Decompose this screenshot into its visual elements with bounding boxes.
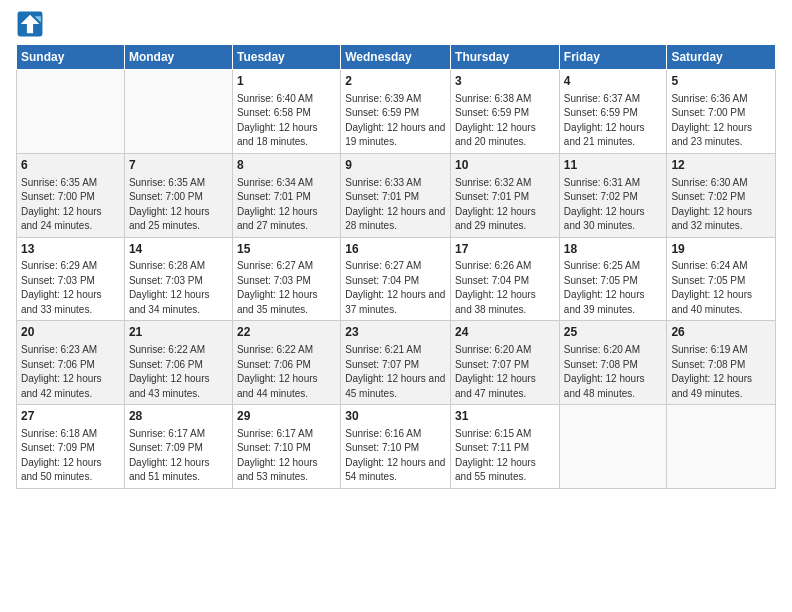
day-detail: Sunrise: 6:35 AM Sunset: 7:00 PM Dayligh… bbox=[129, 176, 228, 234]
day-detail: Sunrise: 6:17 AM Sunset: 7:10 PM Dayligh… bbox=[237, 427, 336, 485]
calendar-cell: 30Sunrise: 6:16 AM Sunset: 7:10 PM Dayli… bbox=[341, 405, 451, 489]
day-detail: Sunrise: 6:19 AM Sunset: 7:08 PM Dayligh… bbox=[671, 343, 771, 401]
day-detail: Sunrise: 6:38 AM Sunset: 6:59 PM Dayligh… bbox=[455, 92, 555, 150]
calendar-cell: 20Sunrise: 6:23 AM Sunset: 7:06 PM Dayli… bbox=[17, 321, 125, 405]
calendar-header-cell: Monday bbox=[124, 45, 232, 70]
calendar-cell: 16Sunrise: 6:27 AM Sunset: 7:04 PM Dayli… bbox=[341, 237, 451, 321]
calendar-week-row: 27Sunrise: 6:18 AM Sunset: 7:09 PM Dayli… bbox=[17, 405, 776, 489]
day-detail: Sunrise: 6:27 AM Sunset: 7:03 PM Dayligh… bbox=[237, 259, 336, 317]
day-number: 10 bbox=[455, 157, 555, 174]
calendar-cell bbox=[559, 405, 667, 489]
day-detail: Sunrise: 6:34 AM Sunset: 7:01 PM Dayligh… bbox=[237, 176, 336, 234]
day-number: 9 bbox=[345, 157, 446, 174]
day-detail: Sunrise: 6:15 AM Sunset: 7:11 PM Dayligh… bbox=[455, 427, 555, 485]
day-number: 25 bbox=[564, 324, 663, 341]
day-detail: Sunrise: 6:24 AM Sunset: 7:05 PM Dayligh… bbox=[671, 259, 771, 317]
calendar-cell: 6Sunrise: 6:35 AM Sunset: 7:00 PM Daylig… bbox=[17, 153, 125, 237]
calendar-cell bbox=[17, 70, 125, 154]
day-detail: Sunrise: 6:27 AM Sunset: 7:04 PM Dayligh… bbox=[345, 259, 446, 317]
calendar-cell: 4Sunrise: 6:37 AM Sunset: 6:59 PM Daylig… bbox=[559, 70, 667, 154]
day-number: 27 bbox=[21, 408, 120, 425]
calendar-week-row: 20Sunrise: 6:23 AM Sunset: 7:06 PM Dayli… bbox=[17, 321, 776, 405]
calendar-cell: 14Sunrise: 6:28 AM Sunset: 7:03 PM Dayli… bbox=[124, 237, 232, 321]
calendar-header-cell: Thursday bbox=[451, 45, 560, 70]
day-number: 21 bbox=[129, 324, 228, 341]
day-number: 26 bbox=[671, 324, 771, 341]
calendar-cell: 8Sunrise: 6:34 AM Sunset: 7:01 PM Daylig… bbox=[232, 153, 340, 237]
day-number: 14 bbox=[129, 241, 228, 258]
logo-icon bbox=[16, 10, 44, 38]
day-number: 20 bbox=[21, 324, 120, 341]
calendar-cell: 7Sunrise: 6:35 AM Sunset: 7:00 PM Daylig… bbox=[124, 153, 232, 237]
day-number: 6 bbox=[21, 157, 120, 174]
day-detail: Sunrise: 6:32 AM Sunset: 7:01 PM Dayligh… bbox=[455, 176, 555, 234]
calendar-cell: 9Sunrise: 6:33 AM Sunset: 7:01 PM Daylig… bbox=[341, 153, 451, 237]
calendar-body: 1Sunrise: 6:40 AM Sunset: 6:58 PM Daylig… bbox=[17, 70, 776, 489]
day-detail: Sunrise: 6:37 AM Sunset: 6:59 PM Dayligh… bbox=[564, 92, 663, 150]
day-number: 18 bbox=[564, 241, 663, 258]
day-number: 22 bbox=[237, 324, 336, 341]
day-detail: Sunrise: 6:39 AM Sunset: 6:59 PM Dayligh… bbox=[345, 92, 446, 150]
calendar-cell: 28Sunrise: 6:17 AM Sunset: 7:09 PM Dayli… bbox=[124, 405, 232, 489]
day-detail: Sunrise: 6:23 AM Sunset: 7:06 PM Dayligh… bbox=[21, 343, 120, 401]
day-number: 13 bbox=[21, 241, 120, 258]
day-detail: Sunrise: 6:29 AM Sunset: 7:03 PM Dayligh… bbox=[21, 259, 120, 317]
logo bbox=[16, 10, 48, 38]
day-detail: Sunrise: 6:30 AM Sunset: 7:02 PM Dayligh… bbox=[671, 176, 771, 234]
calendar-cell: 31Sunrise: 6:15 AM Sunset: 7:11 PM Dayli… bbox=[451, 405, 560, 489]
calendar-table: SundayMondayTuesdayWednesdayThursdayFrid… bbox=[16, 44, 776, 489]
calendar-cell: 25Sunrise: 6:20 AM Sunset: 7:08 PM Dayli… bbox=[559, 321, 667, 405]
calendar-cell: 21Sunrise: 6:22 AM Sunset: 7:06 PM Dayli… bbox=[124, 321, 232, 405]
day-number: 28 bbox=[129, 408, 228, 425]
calendar-cell: 24Sunrise: 6:20 AM Sunset: 7:07 PM Dayli… bbox=[451, 321, 560, 405]
day-detail: Sunrise: 6:17 AM Sunset: 7:09 PM Dayligh… bbox=[129, 427, 228, 485]
calendar-cell: 18Sunrise: 6:25 AM Sunset: 7:05 PM Dayli… bbox=[559, 237, 667, 321]
day-detail: Sunrise: 6:33 AM Sunset: 7:01 PM Dayligh… bbox=[345, 176, 446, 234]
header bbox=[16, 10, 776, 38]
calendar-week-row: 1Sunrise: 6:40 AM Sunset: 6:58 PM Daylig… bbox=[17, 70, 776, 154]
day-detail: Sunrise: 6:31 AM Sunset: 7:02 PM Dayligh… bbox=[564, 176, 663, 234]
calendar-cell: 19Sunrise: 6:24 AM Sunset: 7:05 PM Dayli… bbox=[667, 237, 776, 321]
calendar-cell: 17Sunrise: 6:26 AM Sunset: 7:04 PM Dayli… bbox=[451, 237, 560, 321]
day-number: 3 bbox=[455, 73, 555, 90]
day-detail: Sunrise: 6:22 AM Sunset: 7:06 PM Dayligh… bbox=[129, 343, 228, 401]
day-number: 17 bbox=[455, 241, 555, 258]
day-number: 19 bbox=[671, 241, 771, 258]
calendar-cell: 11Sunrise: 6:31 AM Sunset: 7:02 PM Dayli… bbox=[559, 153, 667, 237]
day-number: 8 bbox=[237, 157, 336, 174]
day-detail: Sunrise: 6:16 AM Sunset: 7:10 PM Dayligh… bbox=[345, 427, 446, 485]
calendar-cell bbox=[124, 70, 232, 154]
calendar-header-cell: Tuesday bbox=[232, 45, 340, 70]
day-detail: Sunrise: 6:20 AM Sunset: 7:07 PM Dayligh… bbox=[455, 343, 555, 401]
calendar-week-row: 13Sunrise: 6:29 AM Sunset: 7:03 PM Dayli… bbox=[17, 237, 776, 321]
calendar-week-row: 6Sunrise: 6:35 AM Sunset: 7:00 PM Daylig… bbox=[17, 153, 776, 237]
day-number: 4 bbox=[564, 73, 663, 90]
day-detail: Sunrise: 6:21 AM Sunset: 7:07 PM Dayligh… bbox=[345, 343, 446, 401]
day-number: 2 bbox=[345, 73, 446, 90]
calendar-header-cell: Saturday bbox=[667, 45, 776, 70]
day-detail: Sunrise: 6:40 AM Sunset: 6:58 PM Dayligh… bbox=[237, 92, 336, 150]
day-detail: Sunrise: 6:22 AM Sunset: 7:06 PM Dayligh… bbox=[237, 343, 336, 401]
calendar-cell: 3Sunrise: 6:38 AM Sunset: 6:59 PM Daylig… bbox=[451, 70, 560, 154]
calendar-header-row: SundayMondayTuesdayWednesdayThursdayFrid… bbox=[17, 45, 776, 70]
day-number: 7 bbox=[129, 157, 228, 174]
calendar-cell: 23Sunrise: 6:21 AM Sunset: 7:07 PM Dayli… bbox=[341, 321, 451, 405]
day-number: 23 bbox=[345, 324, 446, 341]
calendar-cell: 5Sunrise: 6:36 AM Sunset: 7:00 PM Daylig… bbox=[667, 70, 776, 154]
day-number: 31 bbox=[455, 408, 555, 425]
day-detail: Sunrise: 6:35 AM Sunset: 7:00 PM Dayligh… bbox=[21, 176, 120, 234]
day-detail: Sunrise: 6:25 AM Sunset: 7:05 PM Dayligh… bbox=[564, 259, 663, 317]
day-detail: Sunrise: 6:36 AM Sunset: 7:00 PM Dayligh… bbox=[671, 92, 771, 150]
calendar-cell: 2Sunrise: 6:39 AM Sunset: 6:59 PM Daylig… bbox=[341, 70, 451, 154]
day-number: 11 bbox=[564, 157, 663, 174]
day-number: 24 bbox=[455, 324, 555, 341]
calendar-cell: 27Sunrise: 6:18 AM Sunset: 7:09 PM Dayli… bbox=[17, 405, 125, 489]
calendar-cell bbox=[667, 405, 776, 489]
calendar-cell: 22Sunrise: 6:22 AM Sunset: 7:06 PM Dayli… bbox=[232, 321, 340, 405]
calendar-cell: 29Sunrise: 6:17 AM Sunset: 7:10 PM Dayli… bbox=[232, 405, 340, 489]
calendar-cell: 13Sunrise: 6:29 AM Sunset: 7:03 PM Dayli… bbox=[17, 237, 125, 321]
day-detail: Sunrise: 6:28 AM Sunset: 7:03 PM Dayligh… bbox=[129, 259, 228, 317]
day-number: 12 bbox=[671, 157, 771, 174]
calendar-cell: 12Sunrise: 6:30 AM Sunset: 7:02 PM Dayli… bbox=[667, 153, 776, 237]
calendar-header-cell: Friday bbox=[559, 45, 667, 70]
